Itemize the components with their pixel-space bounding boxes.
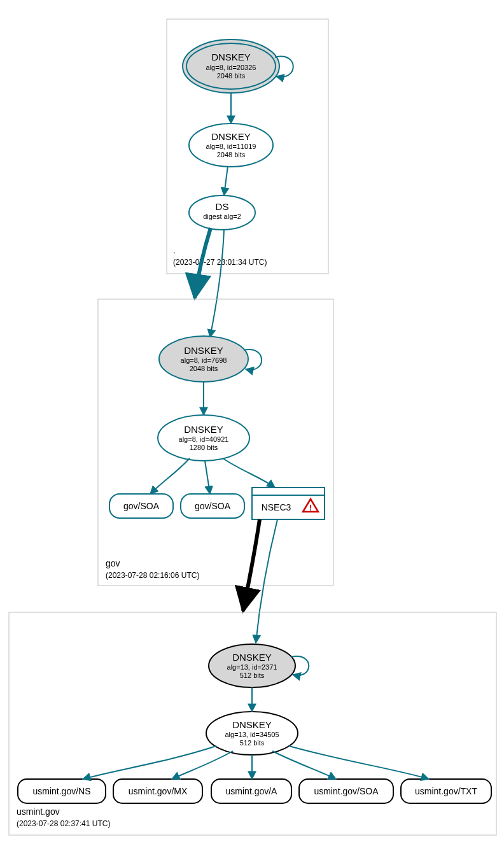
svg-text:usmint.gov/NS: usmint.gov/NS [32,786,90,796]
svg-text:alg=8, id=7698: alg=8, id=7698 [181,356,227,364]
root-ds[interactable]: DS digest alg=2 [189,195,255,230]
edge-usmint-k2-ns [83,746,216,779]
gov-soa-2[interactable]: gov/SOA [181,494,244,518]
usmint-rr-ns[interactable]: usmint.gov/NS [18,779,106,803]
usmint-rr-mx[interactable]: usmint.gov/MX [113,779,202,803]
usmint-dnskey-2[interactable]: DNSKEY alg=13, id=34505 512 bits [206,712,298,755]
zone-gov: gov (2023-07-28 02:16:06 UTC) DNSKEY alg… [98,299,333,586]
svg-text:usmint.gov/SOA: usmint.gov/SOA [314,786,379,796]
svg-text:2048 bits: 2048 bits [190,365,218,372]
svg-text:alg=8, id=11019: alg=8, id=11019 [206,143,256,150]
edge-gov-k2-soa1 [150,458,190,494]
root-dnskey-2[interactable]: DNSKEY alg=8, id=11019 2048 bits [189,123,273,167]
edge-gov-k2-soa2 [205,461,210,494]
svg-text:alg=8, id=40921: alg=8, id=40921 [179,435,229,443]
svg-text:DNSKEY: DNSKEY [232,719,272,730]
svg-text:DNSKEY: DNSKEY [184,424,223,435]
zone-usmint-label: usmint.gov [17,806,60,817]
gov-dnskey-2[interactable]: DNSKEY alg=8, id=40921 1280 bits [158,415,249,461]
zone-usmint-ts: (2023-07-28 02:37:41 UTC) [17,819,110,828]
svg-text:2048 bits: 2048 bits [217,72,246,80]
svg-text:digest alg=2: digest alg=2 [203,213,241,220]
svg-text:alg=8, id=20326: alg=8, id=20326 [206,64,256,71]
svg-text:512 bits: 512 bits [240,739,265,747]
zone-root-ts: (2023-07-27 23:01:34 UTC) [173,258,267,267]
zone-usmint: usmint.gov (2023-07-28 02:37:41 UTC) DNS… [9,612,496,835]
svg-rect-27 [252,488,325,495]
zone-root-label: . [173,245,176,255]
svg-text:gov/SOA: gov/SOA [123,501,160,511]
edge-gov-k2-nsec3 [223,458,275,488]
svg-text:1280 bits: 1280 bits [190,444,218,451]
svg-text:DNSKEY: DNSKEY [211,131,251,142]
gov-dnskey-1[interactable]: DNSKEY alg=8, id=7698 2048 bits [159,336,248,382]
zone-gov-ts: (2023-07-28 02:16:06 UTC) [106,571,199,580]
svg-text:NSEC3: NSEC3 [262,502,291,512]
usmint-dnskey-1[interactable]: DNSKEY alg=13, id=2371 512 bits [209,644,295,687]
edge-usmint-k2-txt [289,746,429,779]
usmint-rr-txt[interactable]: usmint.gov/TXT [401,779,491,803]
svg-text:usmint.gov/TXT: usmint.gov/TXT [415,786,477,796]
usmint-rr-a[interactable]: usmint.gov/A [211,779,291,803]
zone-root: . (2023-07-27 23:01:34 UTC) DNSKEY alg=8… [167,19,328,274]
svg-text:2048 bits: 2048 bits [217,151,246,158]
edge-nsec3-to-usmint-dnskey [256,519,277,643]
svg-text:DNSKEY: DNSKEY [184,345,223,356]
edge-root-k2-ds [224,166,228,195]
zone-gov-label: gov [106,558,120,568]
svg-text:alg=13, id=34505: alg=13, id=34505 [225,731,279,738]
root-dnskey-1[interactable]: DNSKEY alg=8, id=20326 2048 bits [183,39,279,93]
edge-ds-to-gov-dnskey [210,230,224,337]
usmint-rr-soa[interactable]: usmint.gov/SOA [299,779,393,803]
svg-text:DS: DS [216,201,229,212]
svg-text:alg=13, id=2371: alg=13, id=2371 [227,663,277,671]
gov-nsec3[interactable]: NSEC3 ! [252,488,325,519]
gov-soa-1[interactable]: gov/SOA [109,494,173,518]
svg-text:usmint.gov/MX: usmint.gov/MX [129,786,188,796]
svg-text:!: ! [309,503,312,512]
svg-text:DNSKEY: DNSKEY [211,52,251,62]
svg-text:usmint.gov/A: usmint.gov/A [226,786,278,796]
svg-text:gov/SOA: gov/SOA [195,501,231,511]
edge-gov-to-usmint-thick [243,519,260,611]
edge-usmint-k2-mx [172,751,233,779]
svg-text:512 bits: 512 bits [240,672,265,679]
svg-text:DNSKEY: DNSKEY [232,652,272,663]
